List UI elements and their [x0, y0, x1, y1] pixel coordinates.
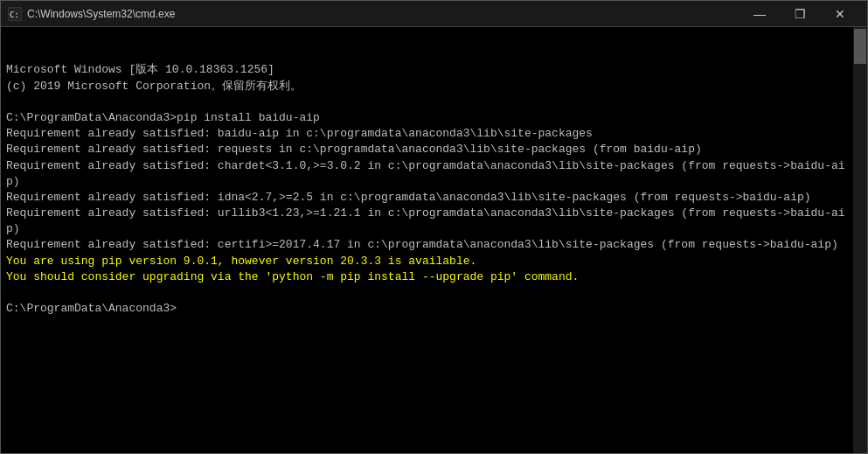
maximize-button[interactable]: ❒	[780, 1, 820, 27]
console-line: Requirement already satisfied: chardet<3…	[6, 158, 848, 190]
window-title: C:\Windows\System32\cmd.exe	[27, 8, 175, 20]
console-line: Requirement already satisfied: baidu-aip…	[6, 126, 848, 142]
console-line: You are using pip version 9.0.1, however…	[6, 254, 848, 269]
title-bar: C: C:\Windows\System32\cmd.exe — ❒ ✕	[1, 1, 867, 27]
console-output[interactable]: Microsoft Windows [版本 10.0.18363.1256](c…	[1, 27, 853, 453]
minimize-button[interactable]: —	[740, 1, 780, 27]
scrollbar[interactable]	[853, 27, 867, 453]
console-line: Requirement already satisfied: requests …	[6, 142, 848, 157]
console-line: Requirement already satisfied: idna<2.7,…	[6, 190, 848, 206]
console-line: (c) 2019 Microsoft Corporation。保留所有权利。	[6, 79, 848, 94]
window-controls: — ❒ ✕	[740, 1, 860, 27]
close-button[interactable]: ✕	[820, 1, 860, 27]
cmd-icon: C:	[8, 7, 22, 21]
title-bar-left: C: C:\Windows\System32\cmd.exe	[8, 7, 175, 21]
console-line: Microsoft Windows [版本 10.0.18363.1256]	[6, 62, 848, 78]
console-line: C:\ProgramData\Anaconda3>	[6, 301, 848, 317]
svg-text:C:: C:	[10, 10, 19, 19]
scrollbar-thumb[interactable]	[854, 29, 866, 64]
console-line: Requirement already satisfied: urllib3<1…	[6, 206, 848, 237]
console-line: C:\ProgramData\Anaconda3>pip install bai…	[6, 110, 848, 126]
console-line: You should consider upgrading via the 'p…	[6, 269, 848, 285]
console-line	[6, 94, 848, 110]
cmd-window: C: C:\Windows\System32\cmd.exe — ❒ ✕ Mic…	[0, 0, 868, 454]
console-line: Requirement already satisfied: certifi>=…	[6, 237, 848, 253]
console-area: Microsoft Windows [版本 10.0.18363.1256](c…	[1, 27, 867, 453]
console-line	[6, 285, 848, 301]
